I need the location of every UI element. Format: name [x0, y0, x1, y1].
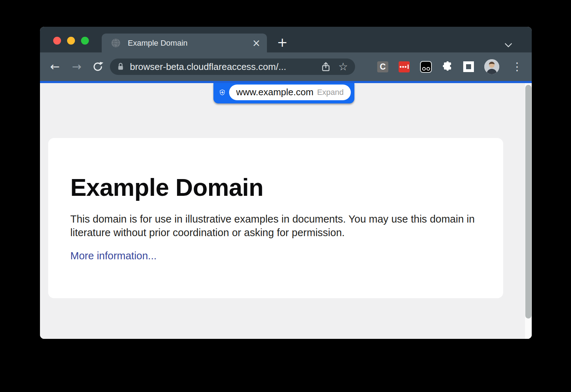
scrollbar-track[interactable] [525, 83, 532, 339]
forward-button[interactable]: → [70, 60, 83, 73]
tab-title: Example Domain [128, 39, 252, 48]
page-body-text: This domain is for use in illustrative e… [70, 212, 486, 239]
two-circles-extension-icon[interactable] [420, 61, 432, 73]
expand-button[interactable]: Expand [317, 88, 344, 97]
example-domain-card: Example Domain This domain is for use in… [48, 138, 503, 298]
browser-window: Example Domain × + ← → browser-beta.clou… [40, 27, 532, 339]
zoom-window-button[interactable] [81, 37, 89, 45]
globe-icon [111, 38, 121, 48]
page-viewport: www.example.com Expand Example Domain Th… [40, 83, 532, 339]
more-information-link[interactable]: More information... [70, 250, 157, 262]
page-title: Example Domain [70, 174, 481, 201]
reload-button[interactable] [91, 61, 104, 72]
address-bar[interactable]: browser-beta.cloudflareaccess.com/... ☆ [110, 58, 355, 75]
chevron-down-icon[interactable] [505, 40, 512, 47]
extension-c-icon[interactable]: C [377, 61, 388, 72]
isolation-domain-pill: www.example.com Expand [229, 85, 351, 100]
share-button[interactable] [321, 62, 330, 72]
bookmark-star-icon[interactable]: ☆ [338, 61, 348, 72]
extensions-row: C ⋮ [377, 59, 526, 74]
share-icon [321, 62, 330, 72]
avatar-photo [484, 59, 499, 74]
minimize-window-button[interactable] [67, 37, 75, 45]
lock-icon [117, 62, 124, 71]
back-button[interactable]: ← [49, 60, 61, 73]
tab-strip: Example Domain × + [40, 27, 532, 52]
reload-icon [92, 61, 103, 72]
puzzle-icon [442, 61, 453, 71]
isolation-banner: www.example.com Expand [213, 83, 354, 103]
lastpass-extension-icon[interactable] [399, 61, 410, 72]
browser-menu-button[interactable]: ⋮ [510, 61, 525, 72]
extensions-menu-button[interactable] [442, 61, 453, 73]
url-text: browser-beta.cloudflareaccess.com/... [130, 61, 313, 72]
isolated-domain-text: www.example.com [236, 87, 314, 98]
square-frame-extension-icon[interactable] [463, 61, 474, 72]
window-controls [53, 37, 89, 45]
new-tab-button[interactable]: + [276, 37, 288, 49]
close-window-button[interactable] [53, 37, 61, 45]
shield-arrow-icon [219, 87, 226, 98]
tab-close-icon[interactable]: × [252, 38, 261, 48]
tab-example-domain[interactable]: Example Domain × [102, 34, 267, 52]
profile-avatar[interactable] [484, 59, 499, 74]
scrollbar-thumb[interactable] [525, 85, 531, 319]
browser-toolbar: ← → browser-beta.cloudflareaccess.com/..… [40, 52, 532, 81]
